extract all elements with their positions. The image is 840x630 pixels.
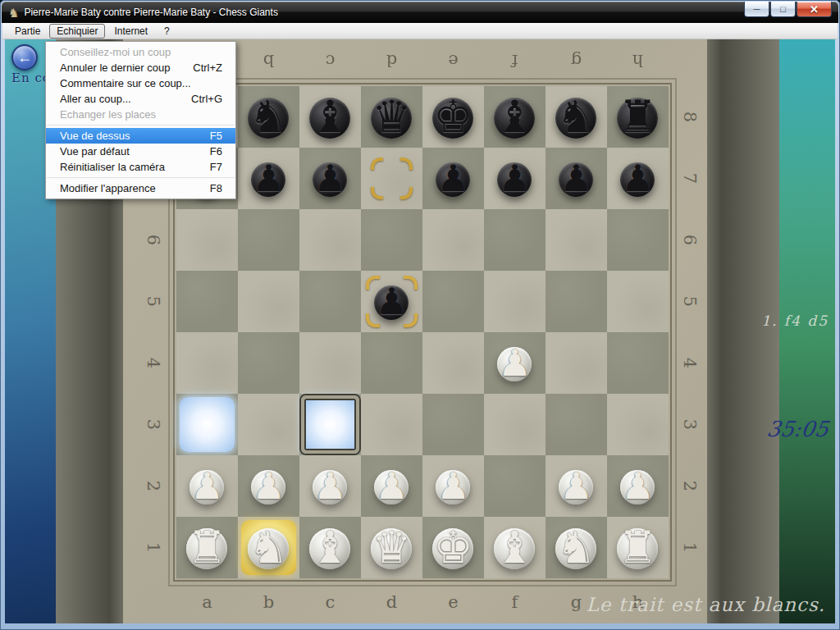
square-c3[interactable] xyxy=(299,394,361,455)
pawn-icon: ♟ xyxy=(252,468,285,504)
menubar-item-echiquier[interactable]: Echiquier xyxy=(49,24,105,39)
echiquier-menu-popup: Conseillez-moi un coupAnnuler le dernier… xyxy=(45,41,236,199)
square-h5[interactable] xyxy=(607,271,669,332)
square-a3[interactable] xyxy=(176,394,238,455)
piece-black-knight-g8[interactable]: ♞ xyxy=(546,86,607,148)
menu-item-r-initialiser-la-cam-ra[interactable]: Réinitialiser la caméraF7 xyxy=(46,159,235,175)
close-button[interactable]: ✕ xyxy=(797,2,832,17)
square-g4[interactable] xyxy=(546,332,607,394)
menu-item-vue-de-dessus[interactable]: Vue de dessusF5 xyxy=(46,128,235,144)
square-d7[interactable] xyxy=(361,148,422,209)
move-list-text: 1. f4 d5 xyxy=(761,313,829,329)
square-f3[interactable] xyxy=(484,394,546,455)
piece-white-pawn-g2[interactable]: ♟ xyxy=(546,455,607,517)
menu-item-aller-au-coup[interactable]: Aller au coup...Ctrl+G xyxy=(46,91,235,107)
square-h4[interactable] xyxy=(607,332,669,394)
piece-black-queen-d8[interactable]: ♛ xyxy=(361,86,422,148)
piece-black-bishop-f8[interactable]: ♝ xyxy=(484,86,546,148)
pawn-icon: ♟ xyxy=(436,468,469,504)
piece-black-bishop-c8[interactable]: ♝ xyxy=(299,86,361,148)
square-h6[interactable] xyxy=(607,209,669,271)
square-f2[interactable] xyxy=(484,455,546,517)
square-g6[interactable] xyxy=(546,209,607,271)
square-e3[interactable] xyxy=(422,394,484,455)
piece-black-pawn-e7[interactable]: ♟ xyxy=(422,148,484,209)
piece-white-knight-g1[interactable]: ♞ xyxy=(546,517,607,578)
piece-white-bishop-c1[interactable]: ♝ xyxy=(299,517,361,578)
menu-item-label: Echanger les places xyxy=(60,108,156,121)
marker-move-origin-d7 xyxy=(371,158,413,199)
piece-black-pawn-f7[interactable]: ♟ xyxy=(484,148,546,209)
king-icon: ♚ xyxy=(433,95,472,139)
pawn-icon: ♟ xyxy=(498,345,531,381)
piece-black-rook-h8[interactable]: ♜ xyxy=(607,86,669,148)
menu-item-annuler-le-dernier-coup[interactable]: Annuler le dernier coupCtrl+Z xyxy=(46,60,235,75)
piece-black-pawn-b7[interactable]: ♟ xyxy=(238,148,299,209)
menu-separator xyxy=(47,177,235,178)
minimize-button[interactable]: ─ xyxy=(744,2,769,17)
maximize-button[interactable]: □ xyxy=(770,2,796,17)
square-b6[interactable] xyxy=(238,209,299,271)
square-e6[interactable] xyxy=(422,209,484,271)
marker-corner xyxy=(371,187,383,199)
piece-white-rook-h1[interactable]: ♜ xyxy=(607,517,669,578)
piece-white-rook-a1[interactable]: ♜ xyxy=(176,517,238,578)
square-h3[interactable] xyxy=(607,394,669,455)
piece-white-pawn-c2[interactable]: ♟ xyxy=(299,455,361,517)
rook-icon: ♜ xyxy=(187,526,226,570)
queen-icon: ♛ xyxy=(372,526,411,570)
queen-icon: ♛ xyxy=(372,95,411,139)
piece-black-pawn-h7[interactable]: ♟ xyxy=(607,148,669,209)
turn-indicator-text: Le trait est aux blancs. xyxy=(587,594,825,615)
piece-white-bishop-f1[interactable]: ♝ xyxy=(484,517,546,578)
square-a4[interactable] xyxy=(176,332,238,394)
piece-black-pawn-d5[interactable]: ♟ xyxy=(361,271,422,332)
pawn-icon: ♟ xyxy=(621,468,654,504)
piece-white-pawn-h2[interactable]: ♟ xyxy=(607,455,669,517)
square-f5[interactable] xyxy=(484,271,546,332)
square-f6[interactable] xyxy=(484,209,546,271)
square-b3[interactable] xyxy=(238,394,299,455)
menu-item-shortcut: F5 xyxy=(210,130,222,142)
square-d4[interactable] xyxy=(361,332,422,394)
piece-black-king-e8[interactable]: ♚ xyxy=(422,86,484,148)
marker-corner xyxy=(400,187,413,199)
menu-item-label: Modifier l'apparence xyxy=(60,182,156,194)
square-g5[interactable] xyxy=(546,271,607,332)
piece-white-pawn-f4[interactable]: ♟ xyxy=(484,332,546,394)
square-c4[interactable] xyxy=(299,332,361,394)
menubar-item-partie[interactable]: Partie xyxy=(7,24,48,39)
menu-item-conseillez-moi-un-coup: Conseillez-moi un coup xyxy=(46,44,235,60)
square-e4[interactable] xyxy=(422,332,484,394)
square-a6[interactable] xyxy=(176,209,238,271)
back-button[interactable]: ← xyxy=(11,44,38,71)
square-g3[interactable] xyxy=(546,394,607,455)
square-c5[interactable] xyxy=(299,271,361,332)
piece-black-pawn-c7[interactable]: ♟ xyxy=(299,148,361,209)
piece-white-pawn-b2[interactable]: ♟ xyxy=(238,455,299,517)
window-title: Pierre-Marie Baty contre Pierre-Marie Ba… xyxy=(24,7,277,18)
menubar-item-?[interactable]: ? xyxy=(157,24,177,39)
piece-white-king-e1[interactable]: ♚ xyxy=(422,517,484,578)
piece-black-pawn-g7[interactable]: ♟ xyxy=(546,148,607,209)
square-d6[interactable] xyxy=(361,209,422,271)
bishop-icon: ♝ xyxy=(310,95,349,139)
menu-item-vue-par-d-faut[interactable]: Vue par défautF6 xyxy=(46,144,235,159)
menubar-item-internet[interactable]: Internet xyxy=(107,24,155,39)
piece-white-queen-d1[interactable]: ♛ xyxy=(361,517,422,578)
piece-white-pawn-e2[interactable]: ♟ xyxy=(422,455,484,517)
square-b4[interactable] xyxy=(238,332,299,394)
bishop-icon: ♝ xyxy=(495,95,534,139)
piece-black-knight-b8[interactable]: ♞ xyxy=(238,86,299,148)
square-e5[interactable] xyxy=(422,271,484,332)
square-a5[interactable] xyxy=(176,271,238,332)
square-c6[interactable] xyxy=(299,209,361,271)
piece-white-pawn-a2[interactable]: ♟ xyxy=(176,455,238,517)
square-b5[interactable] xyxy=(238,271,299,332)
menu-item-modifier-l-apparence[interactable]: Modifier l'apparenceF8 xyxy=(46,180,235,196)
piece-white-pawn-d2[interactable]: ♟ xyxy=(361,455,422,517)
square-d3[interactable] xyxy=(361,394,422,455)
piece-white-knight-b1[interactable]: ♞ xyxy=(238,517,299,578)
menu-item-commentaire-sur-ce-coup[interactable]: Commentaire sur ce coup... xyxy=(46,75,235,91)
menu-item-shortcut: Ctrl+Z xyxy=(193,62,222,74)
